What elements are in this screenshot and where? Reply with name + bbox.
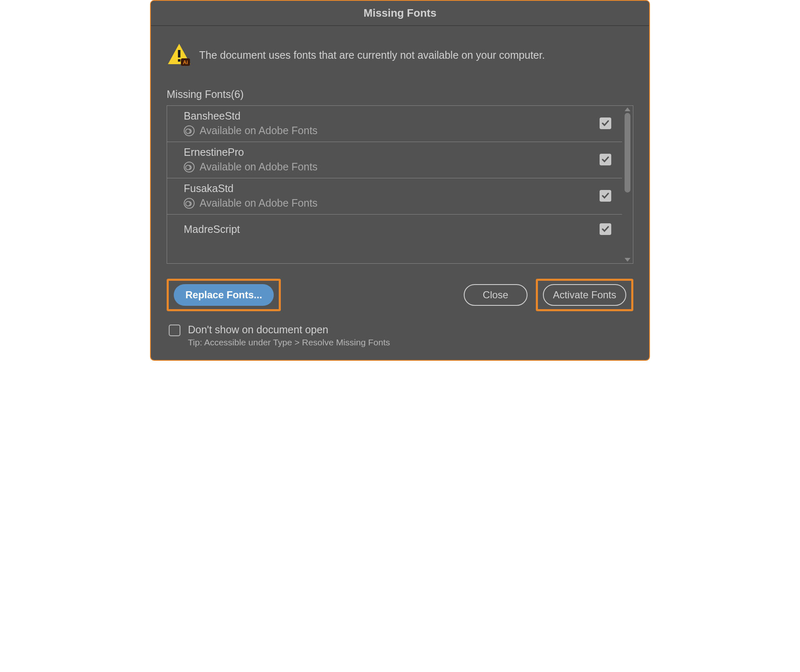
activate-highlight: Activate Fonts: [536, 279, 633, 311]
font-row[interactable]: ErnestinePro Available on Adobe Fonts: [167, 142, 622, 178]
warning-row: Ai The document uses fonts that are curr…: [167, 42, 633, 67]
font-list-container: BansheeStd Available on Adobe Fonts: [167, 105, 633, 264]
font-checkbox[interactable]: [600, 117, 611, 129]
svg-text:Ai: Ai: [183, 60, 188, 65]
creative-cloud-icon: [184, 162, 195, 172]
replace-fonts-button[interactable]: Replace Fonts...: [174, 284, 274, 306]
svg-point-8: [186, 165, 190, 170]
font-checkbox[interactable]: [600, 190, 611, 202]
svg-point-10: [186, 201, 190, 206]
dialog-title: Missing Fonts: [364, 7, 437, 19]
svg-rect-1: [178, 50, 180, 57]
font-availability: Available on Adobe Fonts: [200, 161, 318, 173]
tip-text: Tip: Accessible under Type > Resolve Mis…: [188, 337, 390, 347]
dialog-title-bar: Missing Fonts: [151, 1, 649, 26]
font-list: BansheeStd Available on Adobe Fonts: [167, 106, 622, 263]
font-name: FusakaStd: [184, 182, 318, 195]
font-name: ErnestinePro: [184, 146, 318, 158]
scroll-up-arrow-icon[interactable]: [625, 107, 630, 111]
font-row[interactable]: FusakaStd Available on Adobe Fonts: [167, 178, 622, 215]
font-availability: Available on Adobe Fonts: [200, 197, 318, 209]
font-row[interactable]: BansheeStd Available on Adobe Fonts: [167, 106, 622, 142]
creative-cloud-icon: [184, 198, 195, 209]
close-button[interactable]: Close: [464, 284, 528, 306]
font-checkbox[interactable]: [600, 223, 611, 235]
font-row[interactable]: MadreScript: [167, 215, 622, 240]
font-name: BansheeStd: [184, 110, 318, 122]
warning-icon: Ai: [167, 42, 192, 67]
font-name: MadreScript: [184, 223, 240, 235]
font-list-label: Missing Fonts(6): [167, 88, 633, 100]
scroll-thumb[interactable]: [625, 113, 630, 192]
font-checkbox[interactable]: [600, 154, 611, 165]
creative-cloud-icon: [184, 125, 195, 136]
button-row: Replace Fonts... Close Activate Fonts: [167, 279, 633, 311]
dont-show-row: Don't show on document open Tip: Accessi…: [167, 324, 633, 347]
dialog-content: Ai The document uses fonts that are curr…: [151, 26, 649, 360]
dont-show-checkbox[interactable]: [169, 325, 180, 336]
scroll-down-arrow-icon[interactable]: [625, 258, 630, 262]
dont-show-label: Don't show on document open: [188, 324, 390, 336]
missing-fonts-dialog: Missing Fonts Ai The document uses fonts…: [150, 0, 650, 361]
warning-message: The document uses fonts that are current…: [199, 49, 545, 61]
scrollbar[interactable]: [622, 106, 633, 263]
replace-highlight: Replace Fonts...: [167, 279, 281, 311]
svg-point-6: [186, 129, 190, 133]
font-availability: Available on Adobe Fonts: [200, 125, 318, 137]
activate-fonts-button[interactable]: Activate Fonts: [543, 284, 626, 306]
svg-rect-2: [178, 59, 180, 62]
